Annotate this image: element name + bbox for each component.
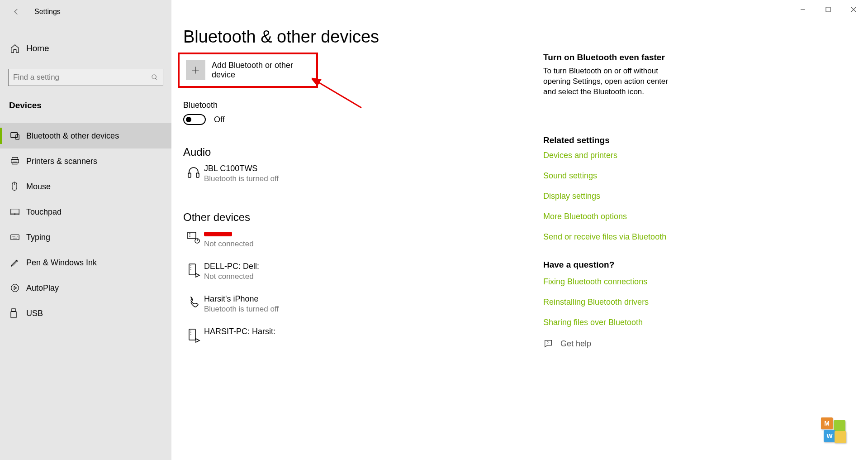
sidebar-item-mouse[interactable]: Mouse: [0, 174, 171, 199]
link-sharing-files[interactable]: Sharing files over Bluetooth: [543, 318, 679, 327]
device-name-redacted: [204, 229, 254, 239]
device-row[interactable]: JBL C100TWS Bluetooth is turned off: [183, 164, 279, 193]
back-button[interactable]: [9, 5, 24, 19]
svg-rect-31: [189, 329, 195, 340]
sidebar-item-autoplay[interactable]: AutoPlay: [0, 275, 171, 301]
stream-device-icon: [187, 328, 200, 343]
audio-device-list: JBL C100TWS Bluetooth is turned off: [183, 164, 279, 193]
audio-heading: Audio: [183, 146, 211, 158]
sidebar-item-label: Touchpad: [26, 207, 62, 217]
other-devices-heading: Other devices: [183, 211, 250, 224]
bluetooth-toggle[interactable]: [183, 114, 206, 125]
svg-text:?: ?: [546, 341, 549, 345]
maximize-button[interactable]: [816, 2, 841, 17]
sidebar-item-label: Printers & scanners: [26, 157, 97, 166]
question-links: Fixing Bluetooth connections Reinstallin…: [543, 277, 679, 327]
media-device-icon: [186, 230, 201, 244]
main-pane: Bluetooth & other devices Add Bluetooth …: [171, 0, 868, 460]
sidebar-item-typing[interactable]: Typing: [0, 225, 171, 250]
device-sub: Bluetooth is turned off: [204, 174, 279, 183]
close-button[interactable]: [841, 2, 866, 17]
autoplay-icon: [10, 283, 20, 293]
phone-icon: [186, 295, 201, 310]
pen-icon: [10, 258, 20, 268]
plus-box: [186, 60, 205, 80]
svg-rect-1: [11, 133, 18, 138]
device-row[interactable]: HARSIT-PC: Harsit:: [183, 327, 279, 354]
device-name: HARSIT-PC: Harsit:: [204, 327, 275, 336]
svg-point-18: [11, 284, 19, 292]
search-input[interactable]: [13, 73, 151, 82]
link-fixing-bluetooth[interactable]: Fixing Bluetooth connections: [543, 277, 679, 287]
keyboard-icon: [10, 234, 20, 241]
sidebar-item-label: Bluetooth & other devices: [26, 131, 119, 141]
redaction-mark: [204, 232, 232, 236]
sidebar-item-bluetooth[interactable]: Bluetooth & other devices: [0, 123, 171, 149]
home-icon: [10, 43, 20, 53]
window-controls: [790, 2, 866, 17]
sidebar: Settings Home Devices Bluetooth & other …: [0, 0, 171, 460]
link-reinstalling-drivers[interactable]: Reinstalling Bluetooth drivers: [543, 297, 679, 307]
link-sound-settings[interactable]: Sound settings: [543, 171, 679, 181]
sidebar-item-usb[interactable]: USB: [0, 301, 171, 326]
maximize-icon: [825, 7, 831, 12]
window-title: Settings: [34, 8, 61, 16]
get-help-link[interactable]: ? Get help: [543, 339, 591, 349]
arrow-left-icon: [12, 8, 20, 16]
annotation-arrow-icon: [312, 76, 370, 117]
svg-line-24: [317, 81, 361, 108]
sidebar-item-pen[interactable]: Pen & Windows Ink: [0, 250, 171, 275]
header-bar: Settings: [0, 0, 171, 24]
link-display-settings[interactable]: Display settings: [543, 192, 679, 201]
home-button[interactable]: Home: [0, 36, 171, 61]
plus-icon: [191, 66, 200, 75]
add-device-button[interactable]: Add Bluetooth or other device: [178, 53, 318, 88]
minimize-icon: [800, 7, 806, 12]
headphones-icon: [186, 165, 201, 179]
mouse-icon: [10, 181, 19, 192]
sidebar-item-touchpad[interactable]: Touchpad: [0, 199, 171, 225]
usb-icon: [10, 308, 17, 319]
link-send-receive[interactable]: Send or receive files via Bluetooth: [543, 232, 679, 242]
svg-marker-30: [196, 273, 199, 277]
page-title: Bluetooth & other devices: [183, 27, 379, 47]
device-name: Harsit's iPhone: [204, 294, 279, 304]
device-row[interactable]: Not connected: [183, 229, 279, 262]
info-column: Turn on Bluetooth even faster To turn Bl…: [543, 53, 679, 338]
svg-rect-20: [12, 309, 15, 311]
related-settings-title: Related settings: [543, 135, 679, 145]
tip-body: To turn Bluetooth on or off without open…: [543, 66, 679, 97]
device-row[interactable]: Harsit's iPhone Bluetooth is turned off: [183, 294, 279, 327]
device-name: JBL C100TWS: [204, 164, 279, 173]
device-sub: Not connected: [204, 240, 254, 249]
svg-rect-3: [12, 158, 18, 160]
sidebar-item-label: Typing: [26, 233, 50, 242]
sidebar-item-label: Mouse: [26, 182, 51, 192]
svg-rect-4: [11, 159, 19, 163]
search-icon: [151, 74, 158, 81]
printer-icon: [10, 156, 20, 166]
sidebar-item-label: USB: [26, 309, 43, 318]
link-devices-printers[interactable]: Devices and printers: [543, 151, 679, 160]
link-more-bluetooth[interactable]: More Bluetooth options: [543, 212, 679, 221]
get-help-label: Get help: [560, 339, 591, 349]
category-label: Devices: [9, 101, 171, 110]
sidebar-item-printers[interactable]: Printers & scanners: [0, 149, 171, 174]
other-device-list: Not connected DELL-PC: Dell: Not connect…: [183, 229, 279, 354]
search-box[interactable]: [8, 69, 163, 86]
related-links: Devices and printers Sound settings Disp…: [543, 151, 679, 242]
device-name: DELL-PC: Dell:: [204, 262, 259, 271]
have-question-title: Have a question?: [543, 260, 679, 270]
svg-rect-21: [11, 311, 16, 318]
svg-marker-32: [196, 339, 199, 342]
device-sub: Not connected: [204, 272, 259, 281]
device-row[interactable]: DELL-PC: Dell: Not connected: [183, 262, 279, 294]
minimize-button[interactable]: [790, 2, 816, 17]
watermark-logo: M W: [821, 417, 847, 444]
svg-marker-19: [14, 286, 17, 289]
stream-device-icon: [187, 263, 200, 278]
svg-rect-27: [188, 232, 196, 239]
touchpad-icon: [10, 208, 20, 216]
bluetooth-toggle-row: Off: [183, 114, 225, 125]
active-indicator: [0, 128, 2, 144]
